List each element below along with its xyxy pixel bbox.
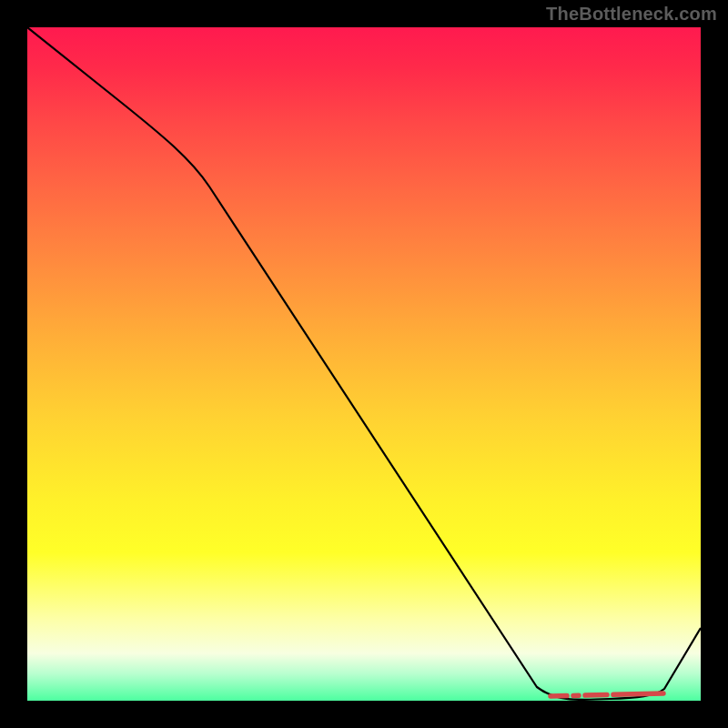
chart-root: TheBottleneck.com	[0, 0, 728, 728]
plot-area	[27, 27, 701, 701]
line-layer	[27, 27, 701, 701]
bottom-dash-marker	[551, 693, 664, 696]
watermark-label: TheBottleneck.com	[546, 4, 717, 25]
series-curve	[27, 27, 701, 700]
